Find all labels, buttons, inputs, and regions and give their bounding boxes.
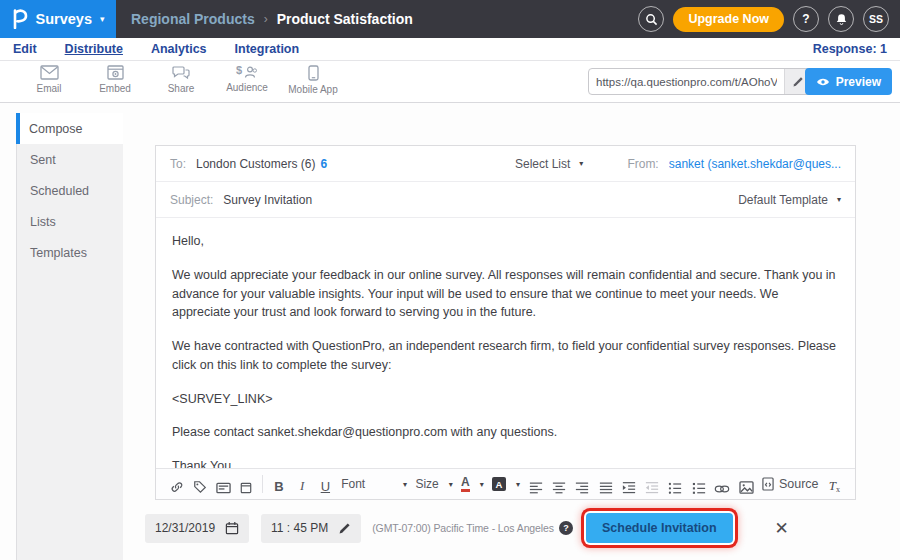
response-count[interactable]: Response: 1: [813, 42, 887, 56]
maximize-button[interactable]: [239, 474, 254, 494]
insert-link-button[interactable]: [169, 474, 184, 494]
tab-analytics[interactable]: Analytics: [151, 42, 207, 56]
merge-tag-button[interactable]: [192, 474, 207, 494]
chevron-down-icon: ▾: [449, 480, 453, 489]
subject-value[interactable]: Survey Invitation: [223, 193, 312, 207]
align-center-button[interactable]: [552, 474, 567, 494]
size-label: Size: [415, 477, 438, 491]
pencil-icon: [792, 76, 804, 88]
preview-label: Preview: [836, 75, 881, 89]
source-button[interactable]: Source: [762, 477, 819, 491]
channel-mobile-app[interactable]: Mobile App: [280, 65, 346, 95]
outdent-icon: [645, 481, 659, 494]
timezone-value: (GMT-07:00) Pacific Time - Los Angeles: [372, 522, 554, 534]
bell-icon: [835, 13, 848, 26]
tag-icon: [193, 480, 207, 494]
question-mark-icon: ?: [802, 12, 809, 26]
tab-integration[interactable]: Integration: [235, 42, 300, 56]
help-button[interactable]: ?: [793, 6, 819, 32]
date-picker[interactable]: 12/31/2019: [145, 514, 249, 543]
align-right-icon: [575, 481, 589, 494]
size-dropdown[interactable]: Size ▾: [415, 477, 452, 491]
hyperlink-button[interactable]: [714, 474, 730, 494]
from-sender-link[interactable]: sanket (sanket.shekdar@ques...: [669, 157, 841, 171]
timezone-help-icon[interactable]: ?: [559, 521, 573, 535]
avatar[interactable]: SS: [863, 6, 889, 32]
remove-format-button[interactable]: Tx: [827, 474, 842, 494]
email-body-editor[interactable]: Hello, We would appreciate your feedback…: [156, 218, 855, 471]
notifications-button[interactable]: [828, 6, 854, 32]
survey-url-field: [588, 68, 812, 95]
template-dropdown[interactable]: Default Template ▾: [738, 193, 841, 207]
time-value: 11 : 45 PM: [271, 521, 328, 535]
subject-row: Subject: Survey Invitation Default Templ…: [156, 182, 855, 218]
text-color-button[interactable]: A ▾: [461, 476, 484, 492]
email-icon: [40, 65, 59, 80]
numbered-list-icon: [692, 481, 706, 494]
sidebar-item-templates[interactable]: Templates: [17, 237, 123, 268]
channel-embed[interactable]: Embed: [82, 65, 148, 95]
align-right-button[interactable]: [575, 474, 590, 494]
text-color-icon: A: [461, 476, 470, 492]
pencil-icon: [338, 522, 351, 535]
select-list-dropdown[interactable]: Select List ▾: [515, 157, 583, 171]
channel-label: Share: [168, 83, 195, 94]
calendar-icon: [225, 521, 239, 535]
channel-audience[interactable]: $ Audience: [214, 65, 280, 95]
time-picker[interactable]: 11 : 45 PM: [261, 514, 361, 543]
embed-card-button[interactable]: [216, 474, 231, 494]
numbered-list-button[interactable]: [691, 474, 706, 494]
channel-email[interactable]: Email: [16, 65, 82, 95]
survey-nav: Edit Distribute Analytics Integration Re…: [0, 38, 900, 61]
body-paragraph: We have contracted with QuestionPro, an …: [172, 337, 839, 375]
editor-toolbar: B I U Font ▾ Size ▾ A ▾ A ▾: [156, 468, 855, 499]
survey-url-input[interactable]: [589, 76, 784, 88]
subject-label: Subject:: [170, 193, 213, 207]
outdent-button[interactable]: [645, 474, 660, 494]
font-dropdown[interactable]: Font ▾: [341, 477, 407, 491]
search-button[interactable]: [638, 6, 664, 32]
background-color-button[interactable]: A ▾: [492, 477, 520, 491]
to-value[interactable]: London Customers (6): [196, 157, 315, 171]
schedule-invitation-button[interactable]: Schedule Invitation: [586, 513, 733, 543]
breadcrumb-survey-title: Product Satisfaction: [277, 11, 413, 27]
close-icon[interactable]: ✕: [775, 520, 789, 537]
mobile-phone-icon: [308, 65, 319, 81]
tab-edit[interactable]: Edit: [13, 42, 37, 56]
schedule-bar: 12/31/2019 11 : 45 PM (GMT-07:00) Pacifi…: [145, 513, 789, 543]
sidebar-item-scheduled[interactable]: Scheduled: [17, 175, 123, 206]
bullet-list-button[interactable]: [668, 474, 683, 494]
sidebar-item-sent[interactable]: Sent: [17, 144, 123, 175]
preview-button[interactable]: Preview: [805, 68, 892, 95]
channel-label: Audience: [226, 82, 268, 93]
insert-image-button[interactable]: [739, 474, 754, 494]
header-actions: Upgrade Now ? SS: [638, 6, 900, 32]
channel-label: Mobile App: [288, 84, 337, 95]
tab-distribute[interactable]: Distribute: [65, 42, 123, 56]
underline-button[interactable]: U: [318, 474, 333, 494]
upgrade-now-button[interactable]: Upgrade Now: [673, 7, 784, 32]
channel-share[interactable]: Share: [148, 65, 214, 95]
justify-button[interactable]: [598, 474, 613, 494]
surveys-menu[interactable]: Surveys ▾: [0, 0, 116, 38]
sidebar-item-compose[interactable]: Compose: [16, 113, 123, 144]
search-icon: [645, 13, 658, 26]
from-label: From:: [627, 157, 658, 171]
remove-format-x: x: [836, 485, 840, 494]
italic-button[interactable]: I: [295, 474, 310, 494]
indent-button[interactable]: [621, 474, 636, 494]
source-doc-icon: [762, 477, 774, 491]
breadcrumb-folder[interactable]: Regional Products: [131, 11, 255, 27]
bold-button[interactable]: B: [271, 474, 286, 494]
to-row: To: London Customers (6) 6 Select List ▾…: [156, 146, 855, 182]
chevron-down-icon: ▾: [579, 159, 583, 168]
source-label: Source: [779, 477, 819, 491]
sidebar-item-lists[interactable]: Lists: [17, 206, 123, 237]
audience-icon: $: [236, 65, 258, 79]
body-paragraph: Hello,: [172, 232, 839, 251]
recipient-count[interactable]: 6: [320, 157, 327, 171]
from-group: From: sanket (sanket.shekdar@ques...: [627, 157, 841, 171]
date-value: 12/31/2019: [155, 521, 215, 535]
align-left-button[interactable]: [528, 474, 543, 494]
dollar-glyph: $: [236, 65, 242, 76]
